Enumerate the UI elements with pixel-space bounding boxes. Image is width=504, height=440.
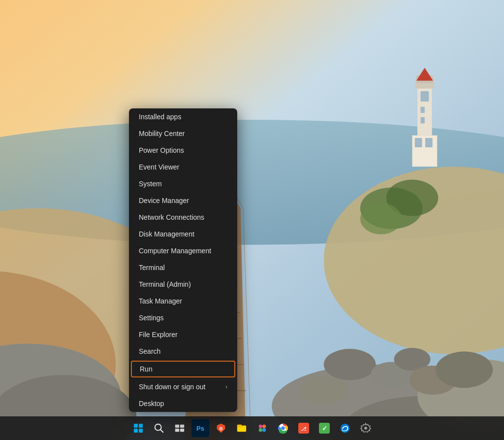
- svg-point-31: [324, 349, 376, 380]
- menu-item-mobility-center[interactable]: Mobility Center: [129, 125, 237, 142]
- svg-point-58: [364, 427, 367, 430]
- svg-rect-41: [175, 429, 179, 432]
- taskbar-icon-ticktick[interactable]: ✓: [315, 419, 333, 437]
- svg-rect-42: [180, 429, 184, 432]
- svg-rect-27: [425, 138, 433, 147]
- menu-item-settings[interactable]: Settings: [129, 309, 237, 326]
- ticktick-icon: ✓: [319, 423, 330, 434]
- taskbar-icon-git[interactable]: ⎇: [295, 419, 313, 437]
- menu-item-task-manager[interactable]: Task Manager: [129, 293, 237, 309]
- svg-text:B: B: [220, 426, 223, 431]
- settings-icon: [360, 423, 371, 434]
- windows-logo-icon: [134, 424, 143, 433]
- taskbar-icon-file-explorer[interactable]: [233, 419, 251, 437]
- svg-rect-24: [420, 117, 424, 124]
- taskbar-icon-chrome[interactable]: [274, 419, 292, 437]
- svg-point-49: [259, 428, 262, 432]
- svg-point-50: [262, 428, 266, 432]
- taskbar-icon-edge[interactable]: [336, 419, 354, 437]
- menu-item-network-connections[interactable]: Network Connections: [129, 209, 237, 226]
- taskbar-icon-task-view[interactable]: [171, 419, 189, 437]
- svg-rect-22: [420, 91, 429, 102]
- taskbar-icon-photoshop[interactable]: Ps: [191, 419, 209, 437]
- menu-item-shut-down[interactable]: Shut down or sign out›: [129, 378, 237, 395]
- menu-item-installed-apps[interactable]: Installed apps: [129, 108, 237, 125]
- menu-item-terminal-admin[interactable]: Terminal (Admin): [129, 276, 237, 293]
- multiapp-icon: [257, 423, 268, 434]
- search-icon: [154, 423, 164, 434]
- svg-rect-23: [420, 107, 424, 113]
- brave-icon: B: [216, 423, 226, 434]
- menu-item-run[interactable]: Run: [131, 361, 235, 377]
- background-svg: [0, 0, 504, 440]
- svg-text:✓: ✓: [322, 425, 327, 432]
- svg-rect-40: [180, 425, 184, 428]
- menu-item-disk-management[interactable]: Disk Management: [129, 226, 237, 242]
- svg-point-48: [262, 425, 266, 428]
- svg-point-35: [436, 351, 493, 388]
- menu-item-desktop[interactable]: Desktop: [129, 395, 237, 412]
- svg-text:⎇: ⎇: [301, 426, 307, 432]
- taskbar-icon-multi-app[interactable]: [253, 419, 271, 437]
- menu-item-power-options[interactable]: Power Options: [129, 142, 237, 159]
- svg-point-36: [300, 376, 347, 405]
- menu-item-search[interactable]: Search: [129, 343, 237, 360]
- menu-item-event-viewer[interactable]: Event Viewer: [129, 159, 237, 175]
- desktop-background: [0, 0, 504, 440]
- menu-item-device-manager[interactable]: Device Manager: [129, 192, 237, 209]
- svg-point-47: [259, 425, 262, 428]
- edge-icon: [340, 423, 350, 434]
- menu-item-system[interactable]: System: [129, 175, 237, 192]
- svg-rect-46: [237, 425, 242, 427]
- taskbar-icon-search[interactable]: [150, 419, 168, 437]
- svg-rect-26: [415, 138, 422, 147]
- menu-item-file-explorer[interactable]: File Explorer: [129, 326, 237, 343]
- git-icon: ⎇: [298, 423, 309, 434]
- menu-item-terminal[interactable]: Terminal: [129, 259, 237, 276]
- taskbar-icon-windows-start[interactable]: [129, 419, 147, 437]
- file-explorer-icon: [236, 423, 247, 434]
- menu-item-computer-management[interactable]: Computer Management: [129, 242, 237, 259]
- context-menu: Installed appsMobility CenterPower Optio…: [129, 108, 237, 412]
- svg-point-52: [281, 426, 284, 430]
- taskview-icon: [174, 423, 185, 434]
- taskbar-icon-settings[interactable]: [357, 419, 375, 437]
- svg-point-57: [341, 424, 349, 433]
- taskbar: PsB⎇✓: [0, 416, 504, 440]
- svg-rect-39: [175, 425, 179, 428]
- chrome-icon: [278, 423, 288, 434]
- submenu-chevron-shut-down: ›: [225, 383, 227, 390]
- taskbar-icon-brave[interactable]: B: [212, 419, 230, 437]
- svg-point-30: [360, 203, 402, 234]
- svg-line-38: [160, 430, 163, 432]
